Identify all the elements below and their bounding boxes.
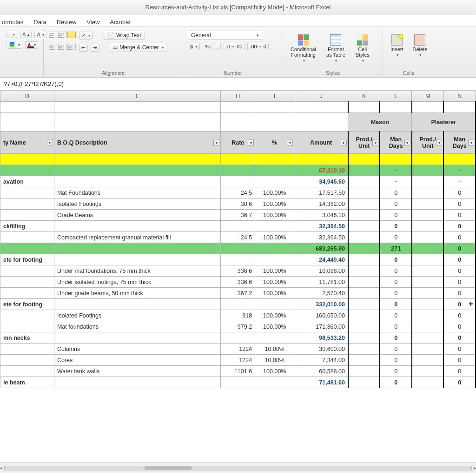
cell[interactable]: 67,310.10 [294,165,348,176]
field-header[interactable]: B.O.Q Description▾ [54,132,220,154]
cell[interactable] [255,299,294,310]
field-header[interactable]: Prod./ Unit▾ [348,132,380,154]
tab-formulas[interactable]: ormulas [2,19,23,26]
percent-button[interactable]: % [203,43,212,50]
cell[interactable] [412,299,444,310]
cell[interactable] [0,344,54,355]
fill-color-button[interactable]: 🪣 [7,41,22,49]
cell[interactable] [0,310,54,321]
font-size-combo[interactable] [7,31,17,38]
cell[interactable]: 0 [380,366,412,377]
cell[interactable] [255,102,294,113]
filter-icon[interactable]: ▾ [404,139,410,145]
cell[interactable] [412,187,444,198]
cell[interactable]: - [380,165,412,176]
cell[interactable]: 0 [380,377,412,388]
cell[interactable] [412,332,444,344]
cell[interactable] [54,221,220,232]
filter-icon[interactable]: ▾ [248,139,254,145]
cell[interactable]: 0 [443,321,476,332]
cell[interactable] [412,102,444,113]
cell[interactable] [255,243,294,254]
cell[interactable]: 10.00% [255,344,294,355]
cell[interactable]: Isolated Footings [54,198,220,210]
cell[interactable] [54,113,220,132]
cell[interactable] [255,176,294,187]
cell[interactable]: avation [0,176,54,187]
merge-center-button[interactable]: ▭ Merge & Center [109,43,167,52]
decrease-indent-button[interactable]: ⇤ [79,44,88,52]
cell[interactable] [348,165,380,176]
cell[interactable]: 1101.6 [221,366,255,377]
cell[interactable] [348,355,380,366]
cell[interactable] [412,221,444,232]
horizontal-scrollbar[interactable]: ◂ ▸ [0,463,476,473]
cell[interactable]: Under isolated footings, 75 mm thick [54,277,220,288]
cell[interactable]: Mat foundations [54,321,220,332]
cell[interactable]: - [443,165,476,176]
cell[interactable] [54,165,220,176]
filter-icon[interactable]: ▾ [287,139,293,145]
cell[interactable]: 0 [380,265,412,277]
cell[interactable]: 71,481.60 [294,377,348,388]
cell[interactable]: 0 [380,344,412,355]
cell[interactable] [54,254,220,265]
cell[interactable]: 10,098.00 [294,265,348,277]
cell[interactable] [412,310,444,321]
tab-data[interactable]: Data [33,19,46,26]
cell[interactable] [380,154,412,165]
cell[interactable]: 0 [443,310,476,321]
cell[interactable] [255,332,294,344]
cell[interactable] [412,154,444,165]
cell[interactable] [412,254,444,265]
filter-icon[interactable]: ▾ [213,139,219,145]
cell[interactable]: mn necks [0,332,54,344]
cell[interactable] [0,355,54,366]
currency-button[interactable]: $ [188,43,200,50]
cell[interactable] [348,198,380,210]
number-format-combo[interactable]: General [188,31,262,40]
column-header-H[interactable]: H [221,91,255,102]
cell[interactable] [412,277,444,288]
cell[interactable]: - [380,176,412,187]
cell[interactable]: 0 [443,377,476,388]
cell[interactable]: Under mat foundations, 75 mm thick [54,265,220,277]
cell[interactable] [348,210,380,221]
filter-icon[interactable]: ▾ [372,139,378,145]
cell[interactable]: 30,600.00 [294,344,348,355]
column-header-N[interactable]: N [443,91,476,102]
cell[interactable] [0,277,54,288]
cell[interactable] [221,176,255,187]
orientation-button[interactable]: ⤢ [79,32,93,40]
field-header[interactable]: Amount▾ [294,132,348,154]
cell[interactable]: 100.00% [255,366,294,377]
cell[interactable]: 11,781.00 [294,277,348,288]
cell[interactable]: 918 [221,310,255,321]
cell[interactable] [221,165,255,176]
cell[interactable]: 24.5 [221,187,255,198]
cell[interactable]: 0 [380,355,412,366]
cell[interactable] [412,176,444,187]
cell[interactable] [221,254,255,265]
cell[interactable]: 336.6 [221,277,255,288]
cell[interactable] [348,254,380,265]
cell[interactable]: 0 [443,254,476,265]
cell[interactable]: 0 [443,198,476,210]
cell[interactable]: 60,588.00 [294,366,348,377]
filter-icon[interactable]: ▾ [468,139,474,145]
cell[interactable]: 32,364.50 [294,232,348,243]
cell[interactable] [348,176,380,187]
cell[interactable]: 0 [380,232,412,243]
column-header-M[interactable]: M [412,91,444,102]
cell[interactable]: Compacted replacement granual material f… [54,232,220,243]
cell[interactable]: 100.00% [255,288,294,299]
cell[interactable]: 0 [443,210,476,221]
cell[interactable]: 3,046.10 [294,210,348,221]
cell[interactable]: 0 [443,355,476,366]
cell[interactable] [221,299,255,310]
cell[interactable]: 100.00% [255,210,294,221]
cell[interactable] [255,254,294,265]
increase-decimal-button[interactable]: .0→.00 [224,43,245,50]
cell[interactable]: 683,265.80 [294,243,348,254]
cell[interactable] [348,243,380,254]
